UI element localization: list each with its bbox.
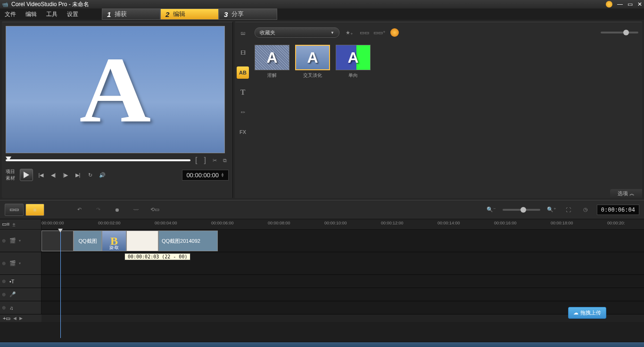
lib-tab-media[interactable]: 🖭 [237, 27, 249, 39]
overlay-track-head[interactable]: ⊕🎬▾ [0, 252, 41, 274]
cloud-icon: ☁ [573, 310, 578, 316]
record-button[interactable]: ⏺ [111, 204, 123, 215]
ruler-tick: 00:00:02:00 [98, 221, 121, 225]
menu-edit[interactable]: 编辑 [21, 10, 41, 18]
timeline-ruler[interactable]: 00:00:00:0000:00:02:0000:00:04:0000:00:0… [41, 219, 644, 229]
clip-1-ext[interactable]: QQ截图 [74, 231, 102, 251]
add-favorite-button[interactable]: ★₊ [344, 27, 355, 38]
options-panel-toggle[interactable]: 选项 ︽ [610, 189, 642, 198]
timeline-ruler-row: ▭≡ ± 00:00:00:0000:00:02:0000:00:04:0000… [0, 219, 644, 230]
timeline-toolbar: ▭▭ ≡ ↶ ↷ ⏺ 〰 ⟲▭ 🔍⁻ 🔍⁺ ⛶ ◷ 0:00:06:04 [0, 200, 644, 219]
os-taskbar[interactable] [0, 342, 644, 347]
mark-out-button[interactable]: ] [202, 156, 208, 165]
step-edit[interactable]: 2编辑 [160, 8, 219, 20]
batch-convert-button[interactable]: ⟲▭ [149, 204, 160, 215]
transition-clip[interactable]: B旋-取 [102, 231, 126, 251]
library-pane: 🖭 🎞 AB T ✏ FX 收藏夹▼ ★₊ ▭▭ ▭▭⁺ A 溶解 [235, 22, 642, 198]
library-category-dropdown[interactable]: 收藏夹▼ [255, 27, 339, 38]
preview-content-letter: A [80, 36, 151, 144]
scrub-bar[interactable] [6, 159, 190, 161]
lib-tab-instant[interactable]: 🎞 [237, 47, 249, 59]
repeat-button[interactable]: ↻ [86, 171, 94, 179]
lib-item-oneway[interactable]: A 单向 [336, 45, 371, 79]
ruler-tick: 00:00:20: [607, 221, 625, 225]
thumbnail-size-slider[interactable] [601, 32, 638, 33]
title-track-content[interactable] [41, 275, 644, 288]
track-link-icon[interactable]: ⊕ [2, 238, 6, 243]
clip-tooltip: 00:00:02:03 (22 - 00) [124, 253, 190, 260]
snapshot-button[interactable]: ⧉ [221, 157, 229, 164]
title-track: ⊕•T [0, 275, 644, 288]
maximize-button[interactable]: ▭ [627, 1, 633, 8]
voice-track-content[interactable] [41, 288, 644, 301]
fit-project-button[interactable]: ⛶ [563, 204, 574, 215]
voice-track-head[interactable]: ⊕🎤 [0, 288, 41, 301]
play-button[interactable] [20, 169, 33, 181]
cut-button[interactable]: ✂ [211, 157, 218, 164]
zoom-out-button[interactable]: 🔍⁻ [486, 204, 497, 215]
window-controls: — ▭ ✕ [606, 1, 642, 8]
settings-icon[interactable] [389, 27, 400, 38]
timeline-timecode[interactable]: 0:00:06:04 [597, 205, 639, 215]
lib-tab-filter[interactable]: FX [237, 126, 249, 138]
menu-file[interactable]: 文件 [0, 10, 21, 18]
zoom-in-button[interactable]: 🔍⁺ [546, 204, 557, 215]
lib-item-crossfade[interactable]: A 交叉淡化 [295, 45, 330, 79]
apply-all-button[interactable]: ▭▭⁺ [374, 27, 385, 38]
theme-icon[interactable] [606, 1, 612, 8]
timeline-scrollbar[interactable] [41, 314, 644, 322]
lib-tab-graphic[interactable]: ✏ [237, 106, 249, 118]
video-track-content[interactable]: QQ截图 B旋-取 QQ截图2014092 00:00:02:03 (22 - … [41, 230, 644, 252]
ruler-tick: 00:00:10:00 [324, 221, 347, 225]
step-capture[interactable]: 1捕获 [102, 8, 160, 20]
ruler-tick: 00:00:06:00 [211, 221, 234, 225]
ruler-tick: 00:00:16:00 [494, 221, 517, 225]
go-end-button[interactable]: ▶| [74, 171, 82, 179]
zoom-slider[interactable] [503, 209, 540, 211]
project-duration-icon[interactable]: ◷ [580, 204, 591, 215]
go-start-button[interactable]: |◀ [37, 171, 45, 179]
minimize-button[interactable]: — [617, 1, 623, 8]
audio-mixer-button[interactable]: 〰 [130, 204, 141, 215]
apply-current-button[interactable]: ▭▭ [359, 27, 370, 38]
add-track-button[interactable]: +▭ ◀▶ [0, 314, 41, 322]
timeline-view-button[interactable]: ≡ [25, 204, 44, 216]
menu-tools[interactable]: 工具 [41, 10, 62, 18]
voice-track: ⊕🎤 [0, 288, 644, 301]
lib-item-dissolve[interactable]: A 溶解 [255, 45, 289, 79]
next-frame-button[interactable]: |▶ [61, 171, 70, 179]
volume-button[interactable]: 🔊 [98, 171, 107, 179]
playhead[interactable] [60, 230, 61, 338]
lib-tab-transition[interactable]: AB [237, 66, 249, 79]
undo-button[interactable]: ↶ [74, 204, 85, 215]
video-track: ⊕ 🎬 ▾ QQ截图 B旋-取 QQ截图2014092 00:00:02:03 … [0, 230, 644, 252]
ruler-head[interactable]: ▭≡ ± [0, 219, 41, 229]
voice-track-icon: 🎤 [9, 291, 16, 297]
music-track-head[interactable]: ⊕♫ [0, 301, 41, 314]
mark-in-button[interactable]: [ [193, 156, 199, 165]
video-track-head[interactable]: ⊕ 🎬 ▾ [0, 230, 41, 252]
redo-button[interactable]: ↷ [92, 204, 104, 215]
storyboard-view-button[interactable]: ▭▭ [5, 204, 24, 216]
clip-2-thumb[interactable] [126, 231, 158, 251]
scrub-handle[interactable] [6, 157, 11, 161]
drag-upload-button[interactable]: ☁拖拽上传 [568, 307, 606, 319]
title-track-head[interactable]: ⊕•T [0, 275, 41, 288]
step-tabs: 1捕获 2编辑 3分享 [102, 8, 277, 20]
lib-tab-title[interactable]: T [237, 86, 249, 99]
timeline-tracks: ⊕ 🎬 ▾ QQ截图 B旋-取 QQ截图2014092 00:00:02:03 … [0, 230, 644, 322]
play-mode-labels[interactable]: 项目 素材 [6, 168, 15, 182]
preview-video[interactable]: A [6, 26, 225, 153]
close-button[interactable]: ✕ [637, 1, 642, 8]
clip-2[interactable]: QQ截图2014092 [158, 231, 218, 251]
preview-timecode[interactable]: 00:00:00:00▲▼ [182, 170, 229, 181]
menu-settings[interactable]: 设置 [62, 10, 83, 18]
toggle-tracks-icon[interactable]: ▭≡ [2, 221, 9, 227]
ruler-tick: 00:00:12:00 [381, 221, 404, 225]
prev-frame-button[interactable]: ◀| [49, 171, 58, 179]
music-track-content[interactable] [41, 301, 644, 314]
clip-1[interactable] [41, 231, 74, 251]
expand-icon[interactable]: ± [12, 222, 15, 227]
step-share[interactable]: 3分享 [219, 8, 277, 20]
ruler-tick: 00:00:18:00 [551, 221, 573, 225]
